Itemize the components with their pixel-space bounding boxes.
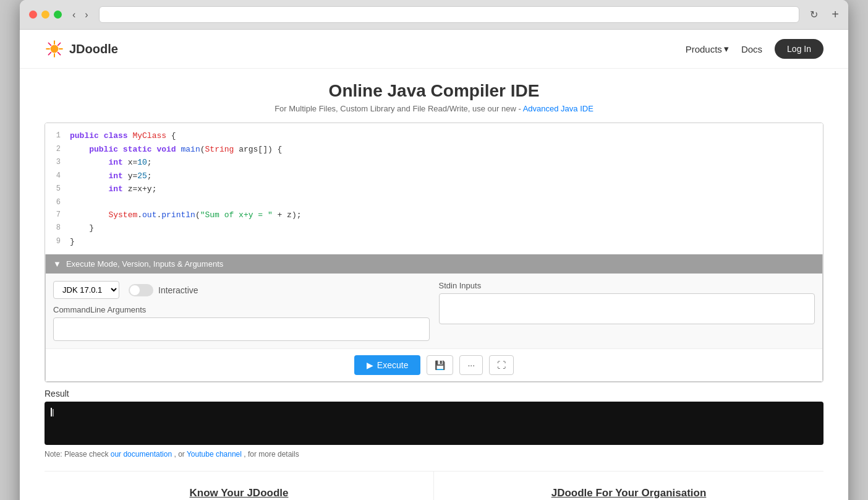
- logo-text: JDoodle: [69, 42, 118, 56]
- products-nav[interactable]: Products ▾: [686, 43, 729, 54]
- cmd-args-section: CommandLine Arguments: [53, 305, 430, 341]
- address-input[interactable]: [107, 10, 792, 19]
- minimize-button[interactable]: [41, 11, 49, 19]
- nav-right: Products ▾ Docs Log In: [686, 39, 823, 59]
- back-button[interactable]: ‹: [69, 8, 79, 22]
- browser-content: JDoodle Products ▾ Docs Log In Online Ja…: [20, 30, 848, 500]
- traffic-lights: [29, 11, 62, 19]
- browser-titlebar: ‹ › ↻ +: [20, 0, 848, 30]
- note-text: Note: Please check our documentation , o…: [45, 450, 823, 459]
- youtube-link[interactable]: Youtube channel: [187, 450, 242, 459]
- execute-button[interactable]: ▶ Execute: [354, 355, 421, 375]
- login-button[interactable]: Log In: [775, 39, 823, 59]
- know-jdoodle-title: Know Your JDoodle: [63, 487, 415, 499]
- interactive-switch[interactable]: [129, 284, 153, 296]
- svg-line-6: [58, 53, 61, 55]
- interactive-label: Interactive: [158, 285, 198, 295]
- close-button[interactable]: [29, 11, 37, 19]
- forward-button[interactable]: ›: [82, 8, 91, 22]
- play-icon: ▶: [367, 360, 373, 370]
- execute-row: JDK 17.0.1 Interactive: [53, 281, 430, 299]
- bottom-grid: Know Your JDoodle ● JDoodle supports 76+…: [45, 471, 823, 500]
- code-line-3: 3 int x=10;: [45, 156, 823, 170]
- docs-nav[interactable]: Docs: [741, 44, 762, 54]
- more-options-button[interactable]: ···: [459, 355, 483, 375]
- advanced-ide-link[interactable]: Advanced Java IDE: [523, 104, 594, 113]
- logo: JDoodle: [45, 39, 118, 59]
- site-header: JDoodle Products ▾ Docs Log In: [20, 30, 848, 69]
- code-line-4: 4 int y=25;: [45, 170, 823, 183]
- chevron-down-icon: ▾: [724, 43, 729, 54]
- execute-section-label: Execute Mode, Version, Inputs & Argument…: [66, 259, 223, 269]
- code-line-8: 8 }: [45, 222, 823, 235]
- fullscreen-icon: ⛶: [497, 360, 506, 370]
- cmd-args-input[interactable]: [53, 317, 430, 341]
- code-line-9: 9 }: [45, 235, 823, 249]
- code-line-6: 6: [45, 196, 823, 209]
- stdin-section: Stdin Inputs: [439, 281, 815, 327]
- code-line-2: 2 public static void main(String args[])…: [45, 143, 823, 157]
- svg-line-8: [48, 53, 51, 55]
- stdin-label: Stdin Inputs: [439, 281, 815, 290]
- browser-window: ‹ › ↻ +: [20, 0, 848, 500]
- address-bar[interactable]: [99, 6, 800, 23]
- execute-body: JDK 17.0.1 Interactive CommandLine Argum…: [46, 274, 822, 348]
- cmd-args-label: CommandLine Arguments: [53, 305, 430, 314]
- nav-buttons: ‹ ›: [69, 8, 91, 22]
- save-button[interactable]: 💾: [427, 355, 453, 375]
- svg-point-0: [51, 45, 59, 53]
- page-subtitle: For Multiple Files, Custom Library and F…: [45, 104, 823, 113]
- result-section: Result | Note: Please check our document…: [45, 389, 823, 459]
- more-icon: ···: [467, 360, 475, 370]
- svg-line-5: [48, 43, 51, 45]
- result-label: Result: [45, 389, 823, 399]
- code-line-1: 1 public class MyClass {: [45, 129, 823, 143]
- org-jdoodle-card: JDoodle For Your Organisation ● Do you h…: [434, 472, 823, 500]
- result-area[interactable]: |: [45, 402, 823, 445]
- version-select[interactable]: JDK 17.0.1: [53, 281, 119, 299]
- code-area[interactable]: 1 public class MyClass { 2 public static…: [45, 123, 823, 254]
- org-jdoodle-title: JDoodle For Your Organisation: [453, 487, 805, 499]
- execute-header[interactable]: ▼ Execute Mode, Version, Inputs & Argume…: [46, 254, 822, 274]
- page-title: Online Java Compiler IDE: [45, 81, 823, 101]
- save-icon: 💾: [435, 360, 445, 370]
- code-line-5: 5 int z=x+y;: [45, 183, 823, 196]
- new-tab-button[interactable]: +: [832, 7, 839, 22]
- logo-icon: [45, 39, 64, 59]
- execute-section: ▼ Execute Mode, Version, Inputs & Argume…: [45, 254, 823, 382]
- fullscreen-button[interactable]: ⛶: [489, 355, 514, 375]
- know-jdoodle-card: Know Your JDoodle ● JDoodle supports 76+…: [45, 472, 434, 500]
- main-content: Online Java Compiler IDE For Multiple Fi…: [20, 69, 848, 500]
- reload-button[interactable]: ↻: [807, 7, 821, 22]
- action-row: ▶ Execute 💾 ··· ⛶: [46, 348, 822, 381]
- interactive-toggle: Interactive: [129, 284, 198, 296]
- collapse-icon: ▼: [53, 259, 61, 269]
- maximize-button[interactable]: [54, 11, 62, 19]
- code-line-7: 7 System.out.println("Sum of x+y = " + z…: [45, 209, 823, 222]
- doc-link[interactable]: our documentation: [111, 450, 172, 459]
- svg-line-7: [58, 43, 61, 45]
- stdin-input[interactable]: [439, 293, 815, 324]
- code-editor: 1 public class MyClass { 2 public static…: [45, 123, 823, 382]
